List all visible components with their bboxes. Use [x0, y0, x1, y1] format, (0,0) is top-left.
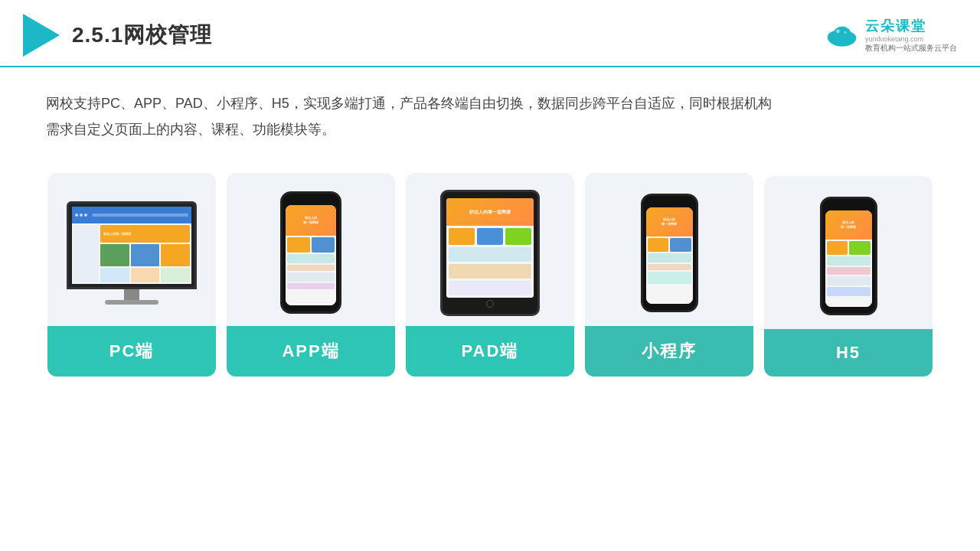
brand-name: 云朵课堂: [865, 17, 926, 35]
svg-point-5: [844, 31, 846, 34]
cloud-icon: [824, 21, 861, 49]
card-label-miniapp: 小程序: [585, 326, 753, 377]
card-app: 职达人的第一堂网课: [227, 173, 395, 377]
tablet-mockup: 职达人的第一堂网课: [440, 190, 540, 316]
card-image-app: 职达人的第一堂网课: [227, 173, 395, 326]
header-right: 云朵课堂 yunduoketang.com 教育机构一站式服务云平台: [824, 17, 957, 54]
svg-point-3: [834, 26, 851, 41]
page-title: 2.5.1网校管理: [72, 21, 212, 50]
brand-text: 云朵课堂 yunduoketang.com 教育机构一站式服务云平台: [865, 17, 957, 54]
phone-mockup-miniapp: 职达人的第一堂网课: [641, 194, 698, 312]
pc-mockup: 职达人的第一堂网课: [67, 201, 197, 305]
phone-mockup-h5: 职达人的第一堂网课: [820, 197, 877, 315]
card-h5: 职达人的第一堂网课: [764, 176, 933, 377]
description: 网校支持PC、APP、PAD、小程序、H5，实现多端打通，产品各终端自由切换，数…: [46, 90, 934, 142]
main-content: 网校支持PC、APP、PAD、小程序、H5，实现多端打通，产品各终端自由切换，数…: [0, 67, 980, 392]
card-pc: 职达人的第一堂网课: [47, 173, 216, 377]
card-image-miniapp: 职达人的第一堂网课: [585, 173, 753, 326]
card-image-pc: 职达人的第一堂网课: [47, 173, 216, 326]
card-image-h5: 职达人的第一堂网课: [764, 176, 933, 329]
brand-subtitle: 教育机构一站式服务云平台: [865, 43, 957, 54]
card-label-app: APP端: [227, 326, 395, 377]
card-image-pad: 职达人的第一堂网课: [406, 173, 574, 326]
svg-point-4: [836, 29, 840, 33]
header: 2.5.1网校管理 云朵课堂 yunduoketang.com 教育机构一站式服…: [0, 0, 980, 67]
card-pad: 职达人的第一堂网课: [406, 173, 574, 377]
card-label-pad: PAD端: [406, 326, 574, 377]
cards-row: 职达人的第一堂网课: [46, 173, 934, 377]
card-miniapp: 职达人的第一堂网课 小程序: [585, 173, 753, 377]
brand-logo: 云朵课堂 yunduoketang.com 教育机构一站式服务云平台: [824, 17, 957, 54]
header-left: 2.5.1网校管理: [23, 14, 212, 57]
card-label-pc: PC端: [47, 326, 216, 377]
card-label-h5: H5: [764, 329, 933, 377]
phone-mockup-app: 职达人的第一堂网课: [280, 191, 341, 314]
brand-url: yunduoketang.com: [865, 35, 923, 43]
logo-triangle-icon: [23, 14, 60, 57]
